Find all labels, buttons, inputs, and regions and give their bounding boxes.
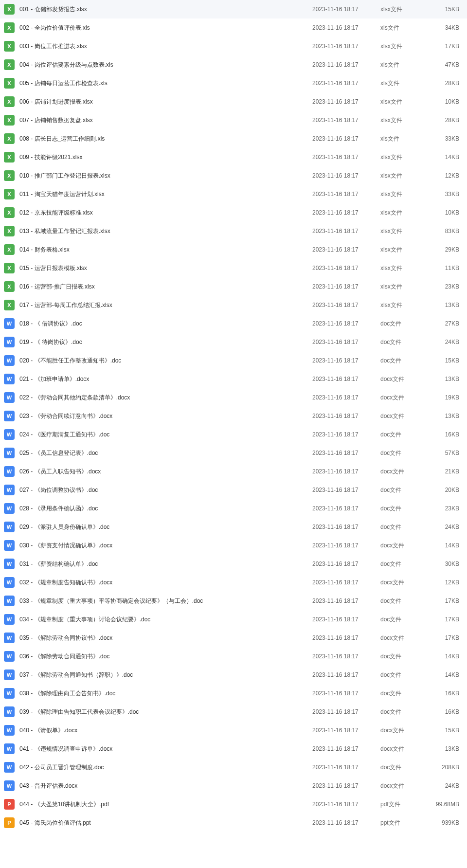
xls-file-icon: X <box>4 263 15 273</box>
file-row[interactable]: X012 - 京东技能评级标准.xlsx2023-11-16 18:17xlsx… <box>0 203 467 222</box>
file-type: xls文件 <box>380 135 429 143</box>
file-size: 29KB <box>429 246 463 253</box>
file-row[interactable]: W041 - 《违规情况调查申诉单》.docx2023-11-16 18:17d… <box>0 740 467 758</box>
file-row[interactable]: W035 - 《解除劳动合同协议书》.docx2023-11-16 18:17d… <box>0 629 467 647</box>
doc-file-icon: W <box>4 762 15 773</box>
file-type: docx文件 <box>380 412 429 420</box>
file-date: 2023-11-16 18:17 <box>312 597 380 604</box>
file-row[interactable]: P044 - 《大圣第10讲机制大全》.pdf2023-11-16 18:17p… <box>0 795 467 814</box>
file-row[interactable]: X005 - 店铺每日运营工作检查表.xls2023-11-16 18:17xl… <box>0 74 467 92</box>
xls-file-icon: X <box>4 226 15 236</box>
doc-file-icon: W <box>4 485 15 495</box>
doc-file-icon: W <box>4 559 15 569</box>
file-row[interactable]: W040 - 《请假单》.docx2023-11-16 18:17docx文件1… <box>0 721 467 740</box>
file-type: doc文件 <box>380 615 429 624</box>
file-row[interactable]: W023 - 《劳动合同续订意向书》.docx2023-11-16 18:17d… <box>0 407 467 425</box>
file-row[interactable]: W034 - 《规章制度（重大事项）讨论会议纪要》.doc2023-11-16 … <box>0 610 467 629</box>
file-row[interactable]: X016 - 运营部-推广日报表.xlsx2023-11-16 18:17xls… <box>0 277 467 296</box>
file-row[interactable]: W036 - 《解除劳动合同通知书》.doc2023-11-16 18:17do… <box>0 647 467 666</box>
file-row[interactable]: X017 - 运营部-每周工作总结汇报.xlsx2023-11-16 18:17… <box>0 296 467 314</box>
file-type: doc文件 <box>380 523 429 531</box>
file-row[interactable]: X001 - 仓储部发货报告.xlsx2023-11-16 18:17xlsx文… <box>0 0 467 18</box>
file-size: 57KB <box>429 450 463 456</box>
file-date: 2023-11-16 18:17 <box>312 98 380 105</box>
file-row[interactable]: W032 - 《规章制度告知确认书》.docx2023-11-16 18:17d… <box>0 573 467 592</box>
file-row[interactable]: X015 - 运营日报表模板.xlsx2023-11-16 18:17xlsx文… <box>0 259 467 277</box>
file-row[interactable]: W030 - 《薪资支付情况确认单》.docx2023-11-16 18:17d… <box>0 536 467 555</box>
file-size: 14KB <box>429 671 463 678</box>
file-row[interactable]: W029 - 《派驻人员身份确认单》.doc2023-11-16 18:17do… <box>0 518 467 536</box>
file-row[interactable]: W018 - 《 借调协议》.doc2023-11-16 18:17doc文件2… <box>0 314 467 333</box>
doc-file-icon: W <box>4 725 15 736</box>
file-row[interactable]: W042 - 公司员工晋升管理制度.doc2023-11-16 18:17doc… <box>0 758 467 777</box>
xls-file-icon: X <box>4 244 15 255</box>
file-type: xlsx文件 <box>380 246 429 254</box>
file-name: 026 - 《员工入职告知书》.docx <box>19 468 312 476</box>
xls-file-icon: X <box>4 152 15 163</box>
file-name: 011 - 淘宝天猫年度运营计划.xlsx <box>19 190 312 199</box>
file-row[interactable]: X013 - 私域流量工作登记汇报表.xlsx2023-11-16 18:17x… <box>0 222 467 240</box>
file-row[interactable]: X014 - 财务表格.xlsx2023-11-16 18:17xlsx文件29… <box>0 240 467 259</box>
file-row[interactable]: X011 - 淘宝天猫年度运营计划.xlsx2023-11-16 18:17xl… <box>0 185 467 203</box>
file-size: 83KB <box>429 228 463 235</box>
file-row[interactable]: X010 - 推广部门工作登记日报表.xlsx2023-11-16 18:17x… <box>0 166 467 185</box>
file-name: 002 - 全岗位价值评价表.xls <box>19 24 312 32</box>
file-size: 14KB <box>429 154 463 161</box>
file-row[interactable]: X004 - 岗位评估要素分级与点数表.xls2023-11-16 18:17x… <box>0 55 467 74</box>
file-name: 016 - 运营部-推广日报表.xlsx <box>19 283 312 291</box>
file-size: 24KB <box>429 524 463 530</box>
file-name: 023 - 《劳动合同续订意向书》.docx <box>19 412 312 420</box>
file-type: xlsx文件 <box>380 172 429 180</box>
xls-file-icon: X <box>4 133 15 144</box>
file-size: 23KB <box>429 505 463 512</box>
doc-file-icon: W <box>4 503 15 514</box>
file-row[interactable]: W020 - 《不能胜任工作整改通知书》.doc2023-11-16 18:17… <box>0 351 467 370</box>
xls-file-icon: X <box>4 189 15 199</box>
file-row[interactable]: W033 - 《规章制度（重大事项）平等协商确定会议纪要》（与工会）.doc20… <box>0 592 467 610</box>
file-row[interactable]: X008 - 店长日志_运营工作细则.xls2023-11-16 18:17xl… <box>0 129 467 148</box>
file-size: 16KB <box>429 690 463 697</box>
file-date: 2023-11-16 18:17 <box>312 524 380 530</box>
file-row[interactable]: W038 - 《解除理由向工会告知书》.doc2023-11-16 18:17d… <box>0 684 467 703</box>
file-row[interactable]: W026 - 《员工入职告知书》.docx2023-11-16 18:17doc… <box>0 462 467 481</box>
file-size: 21KB <box>429 468 463 475</box>
doc-file-icon: W <box>4 374 15 384</box>
file-name: 044 - 《大圣第10讲机制大全》.pdf <box>19 800 312 809</box>
file-row[interactable]: W024 - 《医疗期满复工通知书》.doc2023-11-16 18:17do… <box>0 425 467 444</box>
file-row[interactable]: W025 - 《员工信息登记表》.doc2023-11-16 18:17doc文… <box>0 444 467 462</box>
file-row[interactable]: P045 - 海氏岗位价值评估.ppt2023-11-16 18:17ppt文件… <box>0 814 467 832</box>
file-size: 20KB <box>429 487 463 493</box>
file-name: 038 - 《解除理由向工会告知书》.doc <box>19 689 312 698</box>
file-size: 10KB <box>429 98 463 105</box>
file-size: 13KB <box>429 413 463 419</box>
file-size: 14KB <box>429 542 463 549</box>
doc-file-icon: W <box>4 633 15 643</box>
file-date: 2023-11-16 18:17 <box>312 561 380 567</box>
file-type: docx文件 <box>380 375 429 383</box>
file-row[interactable]: W031 - 《薪资结构确认单》.doc2023-11-16 18:17doc文… <box>0 555 467 573</box>
file-row[interactable]: X003 - 岗位工作推进表.xlsx2023-11-16 18:17xlsx文… <box>0 37 467 55</box>
file-row[interactable]: X002 - 全岗位价值评价表.xls2023-11-16 18:17xls文件… <box>0 18 467 37</box>
file-name: 019 - 《 待岗协议》.doc <box>19 338 312 346</box>
file-row[interactable]: W043 - 晋升评估表.docx2023-11-16 18:17docx文件2… <box>0 777 467 795</box>
doc-file-icon: W <box>4 743 15 754</box>
file-row[interactable]: W039 - 《解除理由告知职工代表会议纪要》.doc2023-11-16 18… <box>0 703 467 721</box>
file-name: 042 - 公司员工晋升管理制度.doc <box>19 763 312 772</box>
file-row[interactable]: W021 - 《加班申请单》.docx2023-11-16 18:17docx文… <box>0 370 467 388</box>
file-size: 13KB <box>429 376 463 382</box>
file-row[interactable]: W019 - 《 待岗协议》.doc2023-11-16 18:17doc文件2… <box>0 333 467 351</box>
file-row[interactable]: W022 - 《劳动合同其他约定条款清单》.docx2023-11-16 18:… <box>0 388 467 407</box>
file-row[interactable]: W028 - 《录用条件确认函》.doc2023-11-16 18:17doc文… <box>0 499 467 518</box>
file-row[interactable]: W027 - 《岗位调整协议书》.doc2023-11-16 18:17doc文… <box>0 481 467 499</box>
file-name: 020 - 《不能胜任工作整改通知书》.doc <box>19 357 312 365</box>
file-type: doc文件 <box>380 708 429 716</box>
file-row[interactable]: W037 - 《解除劳动合同通知书（辞职）》.doc2023-11-16 18:… <box>0 666 467 684</box>
xls-file-icon: X <box>4 170 15 181</box>
file-name: 037 - 《解除劳动合同通知书（辞职）》.doc <box>19 671 312 679</box>
file-date: 2023-11-16 18:17 <box>312 727 380 734</box>
file-row[interactable]: X006 - 店铺计划进度报表.xlsx2023-11-16 18:17xlsx… <box>0 92 467 111</box>
file-name: 040 - 《请假单》.docx <box>19 726 312 735</box>
file-type: xls文件 <box>380 61 429 69</box>
file-row[interactable]: X009 - 技能评级2021.xlsx2023-11-16 18:17xlsx… <box>0 148 467 166</box>
file-row[interactable]: X007 - 店铺销售数据复盘.xlsx2023-11-16 18:17xlsx… <box>0 111 467 129</box>
